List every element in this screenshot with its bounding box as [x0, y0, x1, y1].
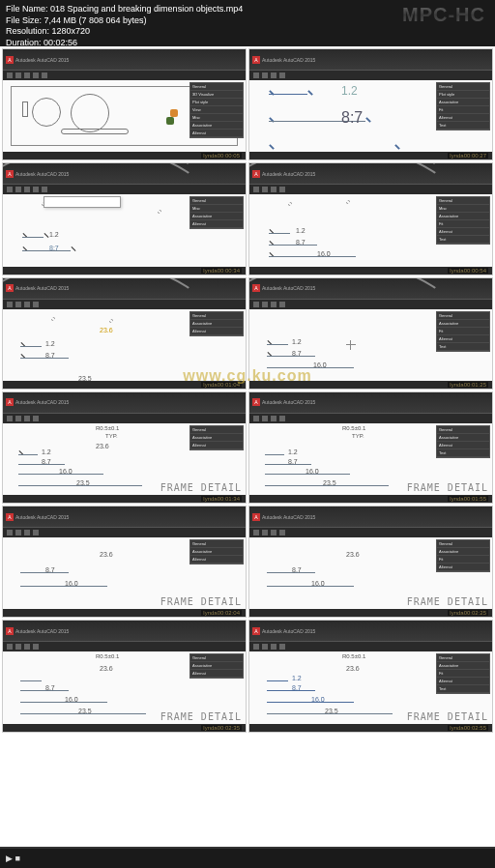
- thumbnail-grid: AAutodesk AutoCAD 2015 General 3D Visual…: [0, 46, 495, 849]
- thumb-5[interactable]: AAutodesk AutoCAD 2015 23.6 1.2 8.7 23.5…: [2, 277, 247, 390]
- thumb-2[interactable]: AAutodesk AutoCAD 2015 1.2 8:7 General P…: [248, 48, 493, 160]
- thumb-12[interactable]: AAutodesk AutoCAD 2015 R0.5±0.1 23.6 1.2…: [248, 620, 493, 732]
- command-tooltip: [44, 196, 121, 208]
- thumb-1[interactable]: AAutodesk AutoCAD 2015 General 3D Visual…: [2, 48, 247, 160]
- thumb-10[interactable]: AAutodesk AutoCAD 2015 23.6 8.7 16.0 FRA…: [248, 506, 493, 618]
- play-button[interactable]: ▶ ■: [6, 854, 20, 863]
- properties-panel[interactable]: General 3D Visualize Plot style View Mis…: [189, 82, 244, 138]
- thumb-7[interactable]: AAutodesk AutoCAD 2015 R0.5±0.1 TYP. 23.…: [2, 391, 247, 504]
- thumb-9[interactable]: AAutodesk AutoCAD 2015 23.6 8.7 16.0 FRA…: [2, 506, 247, 618]
- thumb-6[interactable]: AAutodesk AutoCAD 2015 1.2 8.7 16.0 Gene…: [248, 277, 493, 390]
- info-header: File Name: 018 Spacing and breaking dime…: [0, 0, 495, 46]
- thumb-8[interactable]: AAutodesk AutoCAD 2015 R0.5±0.1 TYP. 1.2…: [248, 391, 493, 504]
- frame-detail-label: FRAME DETAIL: [160, 482, 242, 493]
- thumb-3[interactable]: AAutodesk AutoCAD 2015 1.2 8:7 Genera: [2, 162, 247, 275]
- file-info: File Name: 018 Spacing and breaking dime…: [6, 4, 243, 49]
- thumb-11[interactable]: AAutodesk AutoCAD 2015 R0.5±0.1 23.6 8.7…: [2, 620, 247, 732]
- mpc-logo: MPC-HC: [402, 4, 489, 26]
- player-footer: ▶ ■: [0, 849, 495, 868]
- thumb-4[interactable]: AAutodesk AutoCAD 2015 1.2 8.7 16.0 Gene…: [248, 162, 493, 275]
- autocad-icon: A: [6, 56, 14, 64]
- lynda-watermark: lynda00:00:05: [201, 153, 242, 159]
